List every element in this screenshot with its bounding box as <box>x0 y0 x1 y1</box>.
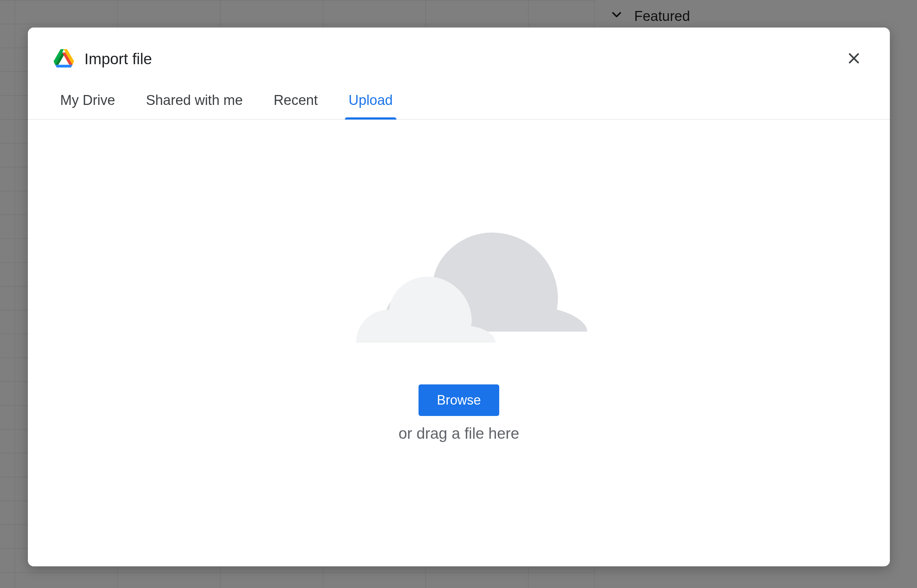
drag-hint-text: or drag a file here <box>398 425 519 443</box>
browse-button[interactable]: Browse <box>418 384 499 416</box>
tab-my-drive[interactable]: My Drive <box>53 83 122 119</box>
import-file-dialog: Import file My Drive Shared with me Rece… <box>28 27 890 566</box>
google-drive-icon <box>53 49 74 69</box>
upload-drop-area[interactable]: Browse or drag a file here <box>28 120 890 566</box>
tab-upload[interactable]: Upload <box>342 83 399 119</box>
dialog-header: Import file <box>28 27 890 83</box>
dialog-title-wrap: Import file <box>53 49 152 69</box>
tab-recent[interactable]: Recent <box>267 83 324 119</box>
cloud-illustration-icon <box>331 214 587 355</box>
close-button[interactable] <box>844 48 864 70</box>
dialog-title: Import file <box>84 50 152 68</box>
close-icon <box>847 51 861 67</box>
tabs: My Drive Shared with me Recent Upload <box>28 83 890 120</box>
tab-shared-with-me[interactable]: Shared with me <box>139 83 249 119</box>
